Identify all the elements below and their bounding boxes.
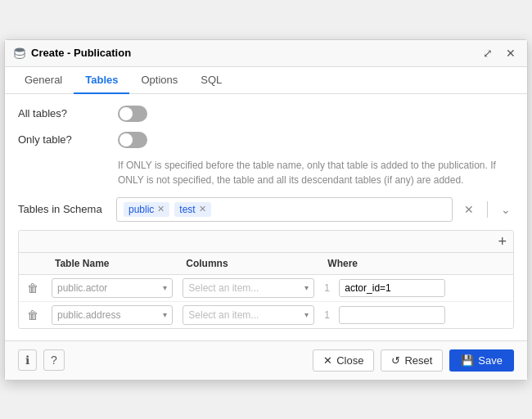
chevron-down-icon: ▾	[304, 283, 309, 292]
schema-dropdown-button[interactable]: ⌄	[498, 201, 514, 218]
table-name-value-2: public.address	[57, 309, 120, 321]
close-button[interactable]: ✕ Close	[313, 349, 374, 372]
where-cell-inner-2: 1	[324, 306, 508, 324]
where-cell-1: 1	[319, 274, 513, 301]
th-where: Where	[319, 253, 513, 275]
delete-cell-1: 🗑	[19, 274, 47, 301]
delete-row-2-button[interactable]: 🗑	[24, 307, 42, 323]
save-icon: 💾	[461, 354, 474, 367]
tab-sql[interactable]: SQL	[189, 67, 233, 94]
table-name-cell-1: public.actor ▾	[47, 274, 178, 301]
columns-placeholder-2: Select an item...	[188, 309, 259, 321]
title-bar: Create - Publication ⤢ ✕	[5, 40, 527, 67]
footer: ℹ ? ✕ Close ↺ Reset 💾 Save	[5, 340, 527, 380]
columns-cell-1: Select an item... ▾	[178, 274, 319, 301]
tab-options[interactable]: Options	[129, 67, 189, 94]
tag-public-text: public	[128, 204, 154, 215]
where-num-2: 1	[324, 309, 336, 321]
only-table-label: Only table?	[18, 133, 108, 146]
create-publication-dialog: Create - Publication ⤢ ✕ General Tables …	[4, 39, 528, 381]
close-x-icon: ✕	[323, 354, 332, 367]
schema-tag-public: public ✕	[124, 202, 169, 217]
table-row: 🗑 public.address ▾ Select an item... ▾	[19, 301, 513, 328]
footer-right: ✕ Close ↺ Reset 💾 Save	[313, 349, 514, 372]
tabs-bar: General Tables Options SQL	[5, 67, 527, 94]
schema-label: Tables in Schema	[18, 203, 108, 215]
schema-tag-test: test ✕	[174, 202, 210, 217]
delete-cell-2: 🗑	[19, 301, 47, 328]
reset-label: Reset	[404, 354, 432, 367]
columns-cell-2: Select an item... ▾	[178, 301, 319, 328]
where-input-2[interactable]	[339, 306, 445, 324]
only-table-toggle[interactable]	[118, 132, 147, 148]
table-name-select-1[interactable]: public.actor ▾	[52, 278, 173, 298]
chevron-down-icon: ▾	[163, 283, 167, 292]
info-button[interactable]: ℹ	[18, 349, 37, 371]
tag-public-close[interactable]: ✕	[157, 204, 165, 214]
schema-clear-button[interactable]: ✕	[461, 201, 477, 218]
content-area: All tables? Only table? If ONLY is speci…	[5, 94, 527, 340]
schema-input[interactable]: public ✕ test ✕	[116, 197, 453, 222]
table-name-select-2[interactable]: public.address ▾	[52, 305, 173, 325]
tag-test-close[interactable]: ✕	[199, 204, 206, 214]
chevron-down-icon: ▾	[163, 310, 167, 319]
data-table: Table Name Columns Where 🗑 public.actor	[19, 253, 513, 328]
schema-row: Tables in Schema public ✕ test ✕ ✕ ⌄	[18, 197, 514, 222]
chevron-down-icon: ▾	[304, 310, 309, 319]
reset-button[interactable]: ↺ Reset	[381, 349, 443, 372]
all-tables-toggle[interactable]	[118, 106, 147, 122]
title-bar-right: ⤢ ✕	[480, 45, 519, 61]
columns-select-2[interactable]: Select an item... ▾	[183, 305, 314, 325]
th-table-name: Table Name	[47, 253, 178, 275]
th-columns: Columns	[178, 253, 319, 275]
where-input-1[interactable]	[339, 279, 445, 297]
where-cell-inner-1: 1	[324, 279, 508, 297]
columns-placeholder-1: Select an item...	[188, 282, 259, 294]
close-label: Close	[336, 354, 363, 367]
divider	[487, 201, 488, 218]
where-num-1: 1	[324, 282, 336, 294]
columns-select-1[interactable]: Select an item... ▾	[183, 278, 314, 298]
save-label: Save	[478, 354, 503, 367]
table-toolbar: +	[19, 231, 513, 253]
close-x-button[interactable]: ✕	[503, 45, 519, 61]
delete-row-1-button[interactable]: 🗑	[24, 280, 42, 296]
title-bar-left: Create - Publication	[13, 47, 131, 60]
tag-test-text: test	[179, 204, 195, 215]
footer-left: ℹ ?	[18, 349, 65, 371]
table-section: + Table Name Columns Where 🗑	[18, 230, 514, 329]
reset-icon: ↺	[391, 354, 400, 367]
help-button[interactable]: ?	[43, 349, 65, 371]
th-delete	[19, 253, 47, 275]
all-tables-label: All tables?	[18, 107, 108, 119]
tab-general[interactable]: General	[13, 67, 74, 94]
table-header-row: Table Name Columns Where	[19, 253, 513, 275]
table-name-cell-2: public.address ▾	[47, 301, 178, 328]
svg-point-0	[15, 47, 25, 52]
where-cell-2: 1	[319, 301, 513, 328]
expand-button[interactable]: ⤢	[480, 45, 496, 61]
info-text: If ONLY is specified before the table na…	[118, 158, 514, 187]
save-button[interactable]: 💾 Save	[449, 349, 514, 372]
all-tables-row: All tables?	[18, 106, 514, 122]
db-icon	[13, 47, 26, 60]
table-name-value-1: public.actor	[57, 282, 107, 294]
dialog-title: Create - Publication	[31, 47, 131, 59]
tab-tables[interactable]: Tables	[74, 67, 129, 94]
add-row-button[interactable]: +	[498, 234, 507, 249]
only-table-row: Only table?	[18, 132, 514, 148]
table-row: 🗑 public.actor ▾ Select an item... ▾	[19, 274, 513, 301]
